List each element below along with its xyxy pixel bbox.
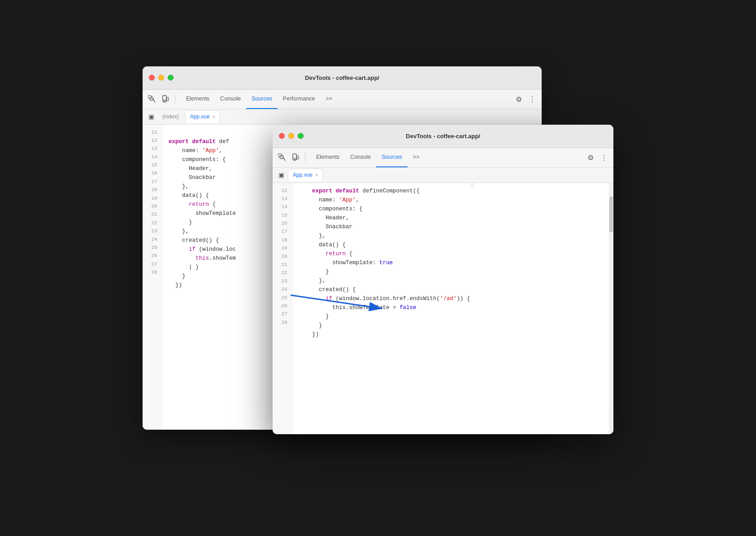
back-file-tab-app-close[interactable]: × [213,114,215,119]
back-line-numbers: 11 12 13 14 15 16 17 18 19 20 21 22 23 2… [143,125,162,430]
back-toolbar-right: ⚙ ⋮ [513,93,538,105]
front-code-line-28: }) [299,330,470,339]
front-code-line-12: export default defineComponent({ [299,187,470,196]
back-code-lines: export default def name: 'App', componen… [162,125,236,430]
front-window-title: DevTools - coffee-cart.app/ [406,133,480,139]
svg-rect-2 [163,96,166,101]
front-line-numbers: 12 13 14 15 16 17 18 19 20 21 22 23 24 2… [273,183,292,434]
front-device-icon[interactable] [290,152,301,163]
svg-rect-5 [167,97,169,101]
front-code-line-19: return { [299,249,470,258]
code-line-16: Snackbar [169,173,236,182]
back-file-tab-index-label: (index) [162,113,179,120]
back-toolbar-divider [175,95,175,104]
code-line-19: return { [169,200,236,209]
front-gear-icon[interactable]: ⚙ [585,152,596,163]
back-minimize-button[interactable] [158,75,164,81]
code-line-25: this.showTem [169,254,236,263]
front-minimize-button[interactable] [288,133,294,139]
back-device-icon[interactable] [160,93,171,105]
front-toolbar-right: ⚙ ⋮ [585,152,610,163]
front-code-line-24: if (window.location.href.endsWith('/ad')… [299,294,470,303]
front-inspect-icon[interactable] [276,152,288,163]
code-line-24: if (window.loc [169,245,236,254]
back-sidebar-toggle[interactable]: ▣ [146,112,156,122]
back-code-container: 11 12 13 14 15 16 17 18 19 20 21 22 23 2… [143,125,236,430]
front-horizontal-scrollbar-track[interactable] [470,183,474,187]
code-line-17: }, [169,182,236,191]
svg-rect-3 [164,101,165,102]
svg-rect-10 [293,154,296,160]
front-file-tabs-bar: ▣ App.vue × [273,168,613,183]
front-tab-console[interactable]: Console [345,148,376,167]
code-line-28: }) [169,281,236,290]
back-title-bar: DevTools - coffee-cart.app/ [143,66,542,90]
back-tab-elements[interactable]: Elements [181,90,215,109]
back-menu-icon[interactable]: ⋮ [526,93,538,105]
front-toolbar: Elements Console Sources >> ⚙ ⋮ [273,148,613,168]
code-line-11 [169,128,236,137]
code-line-26: | } [169,263,236,272]
front-menu-icon[interactable]: ⋮ [598,152,610,163]
front-code-line-18: data() { [299,240,470,249]
back-tab-performance[interactable]: Performance [278,90,321,109]
front-content-area: 12 13 14 15 16 17 18 19 20 21 22 23 24 2… [273,183,613,434]
front-tab-more[interactable]: >> [408,148,425,167]
front-file-tab-app-label: App.vue [293,172,313,178]
code-line-23: created() { [169,236,236,245]
front-tab-elements[interactable]: Elements [311,148,345,167]
front-code-line-15: Header, [299,214,470,222]
back-file-tab-app[interactable]: App.vue × [185,110,220,123]
front-code-line-13: name: 'App', [299,196,470,205]
front-tabs: Elements Console Sources >> [311,148,583,167]
front-tab-sources[interactable]: Sources [376,148,408,167]
front-code-line-22: }, [299,276,470,285]
back-file-tab-app-label: App.vue [190,113,210,120]
back-file-tabs-bar: ▣ (index) App.vue × [143,109,542,125]
back-file-tab-index[interactable]: (index) [158,110,183,123]
front-devtools-window: DevTools - coffee-cart.app/ [273,125,613,434]
front-code-container: 12 13 14 15 16 17 18 19 20 21 22 23 24 2… [273,183,470,434]
front-code-lines: export default defineComponent({ name: '… [292,183,470,434]
back-toolbar: Elements Console Sources Performance >> … [143,90,542,109]
back-tabs: Elements Console Sources Performance >> [181,90,511,109]
back-inspect-icon[interactable] [146,93,158,105]
front-file-tab-app[interactable]: App.vue × [288,169,323,181]
front-code-line-23: created() { [299,285,470,294]
svg-rect-13 [297,156,299,159]
front-sidebar-toggle[interactable]: ▣ [276,170,286,180]
front-code-line-14: components: { [299,205,470,214]
code-line-18: data() { [169,191,236,200]
front-close-button[interactable] [279,133,285,139]
front-maximize-button[interactable] [298,133,304,139]
code-line-21: } [169,218,236,227]
back-traffic-lights [149,75,174,81]
code-line-15: Header, [169,164,236,173]
code-line-14: components: { [169,155,236,164]
front-code-line-21: } [299,267,470,276]
back-tab-console[interactable]: Console [215,90,246,109]
front-code-line-27: } [299,321,470,330]
front-code-line-26: } [299,312,470,321]
front-title-bar: DevTools - coffee-cart.app/ [273,125,613,148]
code-line-20: showTemplate [169,209,236,218]
code-line-22: }, [169,227,236,236]
front-traffic-lights [279,133,304,139]
back-window-title: DevTools - coffee-cart.app/ [305,74,379,81]
back-close-button[interactable] [149,75,155,81]
back-gear-icon[interactable]: ⚙ [513,93,525,105]
back-maximize-button[interactable] [168,75,174,81]
back-tab-sources[interactable]: Sources [246,90,278,109]
front-file-tab-app-close[interactable]: × [315,173,318,178]
svg-rect-11 [294,160,295,161]
back-tab-more[interactable]: >> [320,90,338,109]
front-toolbar-divider [305,153,305,162]
front-code-line-20: showTemplate: true [299,258,470,267]
front-code-line-25: this.showTemplate = false [299,303,470,312]
front-code-line-17: }, [299,231,470,240]
code-line-12: export default def [169,137,236,146]
code-line-13: name: 'App', [169,146,236,155]
front-code-line-16: Snackbar [299,222,470,231]
code-line-27: } [169,272,236,281]
